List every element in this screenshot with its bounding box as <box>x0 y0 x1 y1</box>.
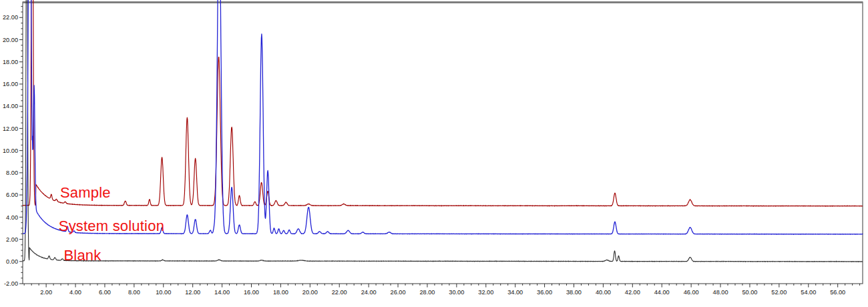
x-axis-ticks <box>24 284 859 288</box>
x-tick-label: 36.00 <box>537 289 552 296</box>
trace-sample <box>23 0 863 206</box>
x-tick-label: 6.00 <box>99 289 111 296</box>
x-tick-label: 10.00 <box>156 289 171 296</box>
x-tick-label: 14.00 <box>214 289 230 296</box>
x-tick-label: 30.00 <box>449 289 464 296</box>
x-tick-label: 34.00 <box>507 289 523 296</box>
x-tick-label: 56.00 <box>830 289 845 296</box>
x-tick-label: 44.00 <box>654 289 670 296</box>
x-axis-tick-labels: 2.004.006.008.0010.0012.0014.0016.0018.0… <box>40 289 845 296</box>
x-tick-label: 54.00 <box>801 289 816 296</box>
x-tick-label: 42.00 <box>625 289 640 296</box>
trace-system-solution <box>23 0 863 234</box>
x-tick-label: 38.00 <box>566 289 582 296</box>
x-tick-label: 20.00 <box>302 289 318 296</box>
x-tick-label: 52.00 <box>771 289 787 296</box>
x-tick-label: 2.00 <box>40 289 52 296</box>
x-tick-label: 28.00 <box>419 289 435 296</box>
y-tick-label: 22.00 <box>3 14 18 21</box>
label-sample: Sample <box>60 184 111 201</box>
y-axis-tick-labels: -2.000.002.004.006.008.0010.0012.0014.00… <box>3 14 18 287</box>
x-tick-label: 50.00 <box>742 289 757 296</box>
x-tick-label: 22.00 <box>332 289 347 296</box>
x-tick-label: 26.00 <box>391 289 406 296</box>
plot-border <box>23 2 863 284</box>
y-tick-label: 16.00 <box>3 81 18 87</box>
chromatogram-figure: 2.004.006.008.0010.0012.0014.0016.0018.0… <box>0 0 868 307</box>
y-tick-label: 14.00 <box>3 103 18 109</box>
y-tick-label: 4.00 <box>6 214 18 221</box>
y-tick-label: 2.00 <box>6 236 18 243</box>
label-blank: Blank <box>63 247 101 264</box>
y-tick-label: 0.00 <box>6 258 18 265</box>
chromatogram-plot: 2.004.006.008.0010.0012.0014.0016.0018.0… <box>0 0 868 307</box>
y-tick-label: 12.00 <box>3 125 18 132</box>
x-tick-label: 4.00 <box>69 289 81 296</box>
y-axis-ticks <box>19 7 23 284</box>
label-system-solution: System solution <box>59 218 164 234</box>
x-tick-label: 48.00 <box>713 289 728 296</box>
x-tick-label: 8.00 <box>128 289 140 296</box>
x-tick-label: 18.00 <box>273 289 288 296</box>
y-tick-label: 6.00 <box>6 192 18 198</box>
x-tick-label: 40.00 <box>596 289 611 296</box>
trace-labels: SampleSystem solutionBlank <box>59 184 164 264</box>
x-tick-label: 32.00 <box>478 289 493 296</box>
x-tick-label: 12.00 <box>185 289 200 296</box>
x-tick-label: 24.00 <box>361 289 377 296</box>
y-tick-label: 18.00 <box>3 59 18 65</box>
x-tick-label: 16.00 <box>244 289 259 296</box>
y-tick-label: 20.00 <box>3 37 18 43</box>
x-tick-label: 46.00 <box>684 289 699 296</box>
y-tick-label: 8.00 <box>6 170 18 176</box>
y-tick-label: 10.00 <box>3 147 18 154</box>
y-tick-label: -2.00 <box>4 280 18 287</box>
